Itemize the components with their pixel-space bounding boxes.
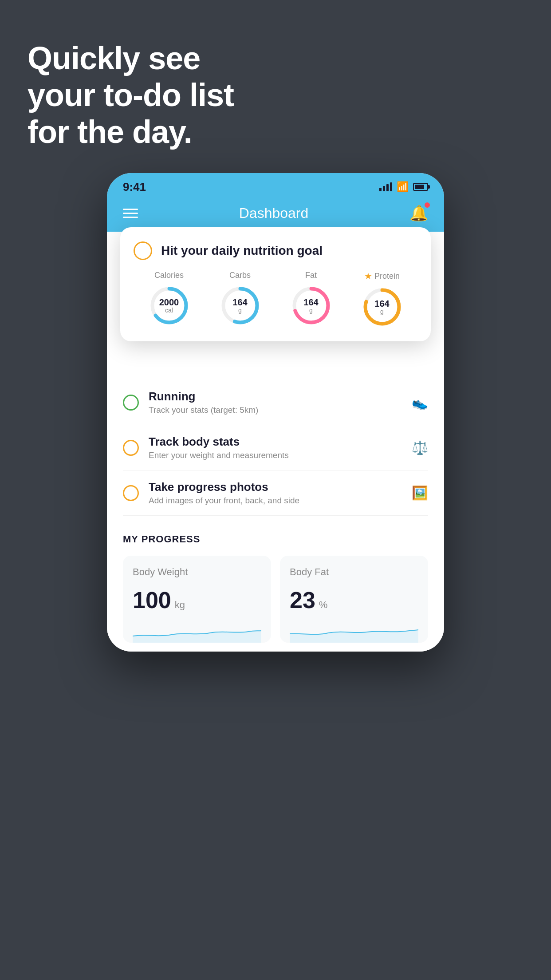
nutrition-fat: Fat 164 g <box>290 271 332 327</box>
body-fat-chart <box>290 620 418 643</box>
battery-icon <box>413 183 428 191</box>
hero-text: Quickly see your to-do list for the day. <box>28 40 234 150</box>
todo-running-info: Running Track your stats (target: 5km) <box>149 390 402 415</box>
todo-circle-photos[interactable] <box>123 485 139 501</box>
nav-title: Dashboard <box>239 205 309 221</box>
todo-progress-photos[interactable]: Take progress photos Add images of your … <box>123 470 428 516</box>
todo-list: Running Track your stats (target: 5km) 👟… <box>107 380 444 516</box>
calories-label: Calories <box>154 271 184 280</box>
todo-running-name: Running <box>149 390 402 403</box>
body-weight-chart <box>133 620 261 643</box>
body-weight-card: Body Weight 100 kg <box>123 556 271 643</box>
carbs-donut: 164 g <box>219 285 261 327</box>
body-fat-label: Body Fat <box>290 566 418 578</box>
status-bar: 9:41 📶 <box>107 173 444 197</box>
todo-photos-desc: Add images of your front, back, and side <box>149 496 402 506</box>
todo-circle-running[interactable] <box>123 395 139 411</box>
wifi-icon: 📶 <box>397 181 409 193</box>
fat-value: 164 <box>303 297 318 307</box>
todo-body-stats-name: Track body stats <box>149 435 402 449</box>
todo-running[interactable]: Running Track your stats (target: 5km) 👟 <box>123 380 428 425</box>
fat-donut: 164 g <box>290 285 332 327</box>
person-icon: 🖼️ <box>412 485 428 501</box>
nutrition-calories: Calories 2000 cal <box>148 271 190 327</box>
todo-photos-name: Take progress photos <box>149 480 402 494</box>
calories-unit: cal <box>159 307 179 314</box>
fat-label: Fat <box>305 271 317 280</box>
protein-label: ★ Protein <box>364 271 400 281</box>
body-weight-value-row: 100 kg <box>133 587 261 613</box>
status-icons: 📶 <box>379 181 428 193</box>
body-fat-card: Body Fat 23 % <box>280 556 428 643</box>
protein-unit: g <box>374 308 389 315</box>
protein-donut: 164 g <box>361 286 403 328</box>
phone-mockup: 9:41 📶 Dashboard 🔔 <box>107 173 444 652</box>
scale-icon: ⚖️ <box>412 440 428 455</box>
protein-value: 164 <box>374 299 389 308</box>
progress-cards: Body Weight 100 kg <box>123 556 428 643</box>
nav-bar: Dashboard 🔔 <box>107 197 444 232</box>
calories-donut: 2000 cal <box>148 285 190 327</box>
body-fat-value: 23 <box>290 587 315 613</box>
notification-dot <box>425 202 430 208</box>
star-icon: ★ <box>364 271 372 281</box>
notification-bell[interactable]: 🔔 <box>409 204 428 222</box>
body-fat-value-row: 23 % <box>290 587 418 613</box>
body-weight-value: 100 <box>133 587 171 613</box>
nutrition-protein: ★ Protein 164 g <box>361 271 403 328</box>
carbs-unit: g <box>232 307 247 314</box>
fat-unit: g <box>303 307 318 314</box>
signal-icon <box>379 182 392 191</box>
todo-body-stats-info: Track body stats Enter your weight and m… <box>149 435 402 460</box>
body-weight-label: Body Weight <box>133 566 261 578</box>
progress-section: MY PROGRESS Body Weight 100 kg <box>107 516 444 652</box>
todo-photos-info: Take progress photos Add images of your … <box>149 480 402 506</box>
todo-circle-nutrition[interactable] <box>134 241 152 260</box>
card-title: Hit your daily nutrition goal <box>161 244 323 258</box>
hamburger-menu[interactable] <box>123 209 138 218</box>
body-fat-unit: % <box>319 599 328 611</box>
running-shoe-icon: 👟 <box>412 395 428 410</box>
content-area: THINGS TO DO TODAY Hit your daily nutrit… <box>107 232 444 652</box>
todo-circle-body-stats[interactable] <box>123 440 139 456</box>
card-header: Hit your daily nutrition goal <box>134 241 417 260</box>
carbs-value: 164 <box>232 297 247 307</box>
progress-title: MY PROGRESS <box>123 533 428 545</box>
nutrition-circles: Calories 2000 cal <box>134 271 417 328</box>
calories-value: 2000 <box>159 297 179 307</box>
status-time: 9:41 <box>123 180 146 194</box>
todo-body-stats[interactable]: Track body stats Enter your weight and m… <box>123 425 428 470</box>
nutrition-card: Hit your daily nutrition goal Calories <box>120 227 431 341</box>
body-weight-unit: kg <box>175 599 185 611</box>
nutrition-carbs: Carbs 164 g <box>219 271 261 327</box>
todo-body-stats-desc: Enter your weight and measurements <box>149 450 402 460</box>
todo-running-desc: Track your stats (target: 5km) <box>149 405 402 415</box>
carbs-label: Carbs <box>229 271 251 280</box>
